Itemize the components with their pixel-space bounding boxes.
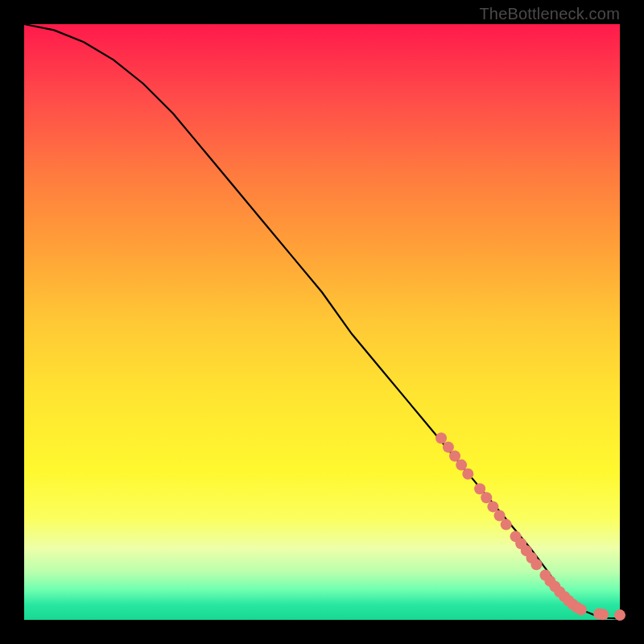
plot-area: [24, 24, 620, 620]
data-marker: [462, 469, 473, 480]
data-marker: [530, 559, 542, 570]
attribution-label: TheBottleneck.com: [479, 5, 620, 23]
data-marker: [501, 519, 512, 530]
data-marker: [436, 432, 447, 444]
bottleneck-curve: [24, 24, 620, 619]
data-marker: [614, 609, 625, 621]
data-marker: [597, 609, 609, 620]
chart-svg: [24, 24, 620, 620]
curve-markers: [436, 432, 625, 621]
data-marker: [576, 604, 587, 615]
chart-frame: TheBottleneck.com: [0, 0, 644, 644]
